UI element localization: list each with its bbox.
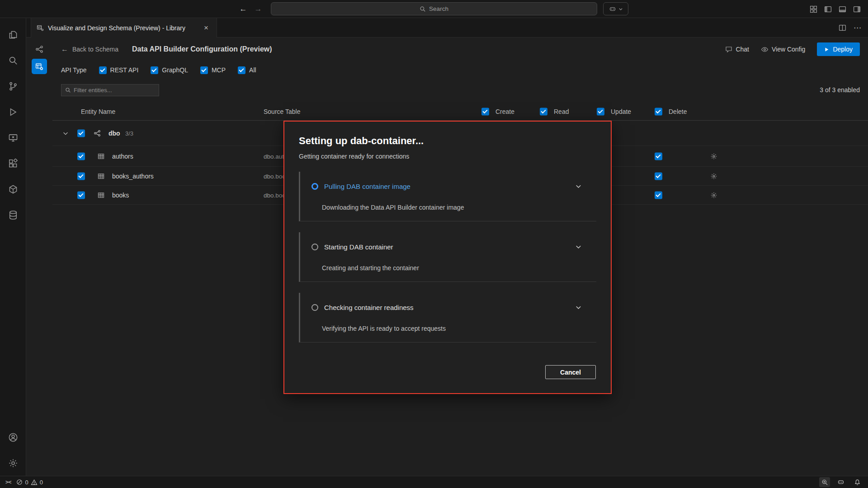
- step-label: Checking container readiness: [324, 304, 414, 311]
- api-type-all[interactable]: All: [238, 66, 256, 74]
- view-config-label: View Config: [772, 46, 805, 53]
- header-actions: Chat View Config Deploy: [725, 42, 860, 56]
- row-checkbox[interactable]: [77, 152, 85, 160]
- group-name: dbo: [108, 130, 120, 137]
- toggle-sidebar-icon[interactable]: [824, 5, 832, 13]
- delete-checkbox[interactable]: [655, 191, 662, 199]
- history-back-icon[interactable]: ←: [236, 0, 250, 18]
- all-label: All: [249, 66, 256, 74]
- status-left: >< 0 0: [5, 479, 43, 486]
- table-icon: [98, 192, 104, 198]
- step-header[interactable]: Starting DAB container: [311, 243, 587, 251]
- setup-container-dialog: Setting up dab-container... Getting cont…: [283, 121, 612, 394]
- graphql-checkbox[interactable]: [151, 66, 158, 74]
- notifications-bell-icon[interactable]: [852, 477, 863, 487]
- col-delete: Delete: [669, 108, 687, 115]
- read-all-checkbox[interactable]: [540, 108, 547, 115]
- database-icon[interactable]: [0, 202, 26, 228]
- play-icon: [824, 47, 829, 52]
- status-bar: >< 0 0: [0, 476, 868, 488]
- api-type-label: API Type: [61, 66, 87, 74]
- tab-title: Visualize and Design Schema (Preview) - …: [48, 24, 185, 32]
- step-check-readiness: Checking container readiness Verifying t…: [299, 293, 596, 343]
- extensions-icon[interactable]: [0, 150, 26, 176]
- tab-visualize-schema[interactable]: Visualize and Design Schema (Preview) - …: [31, 18, 217, 38]
- chevron-down-icon[interactable]: [575, 183, 582, 190]
- copilot-status-icon[interactable]: [835, 477, 846, 487]
- row-settings-gear-icon[interactable]: [710, 192, 717, 199]
- chevron-down-icon: [618, 7, 623, 11]
- filter-entities-box[interactable]: [61, 84, 159, 96]
- source-control-icon[interactable]: [0, 73, 26, 99]
- account-icon[interactable]: [0, 424, 26, 450]
- delete-checkbox[interactable]: [655, 152, 662, 160]
- schema-designer-tab-icon: [37, 24, 44, 32]
- all-checkbox[interactable]: [238, 66, 245, 74]
- api-type-graphql[interactable]: GraphQL: [151, 66, 188, 74]
- chevron-down-icon[interactable]: [575, 304, 582, 311]
- row-settings-gear-icon[interactable]: [710, 153, 717, 160]
- pending-circle-icon: [311, 244, 318, 250]
- deploy-button[interactable]: Deploy: [817, 42, 860, 56]
- search-placeholder: Search: [429, 5, 448, 12]
- step-description: Downloading the Data API Builder contain…: [322, 204, 587, 211]
- cancel-button[interactable]: Cancel: [545, 365, 596, 379]
- step-description: Creating and starting the container: [322, 264, 587, 272]
- chevron-down-icon[interactable]: [575, 244, 582, 250]
- update-all-checkbox[interactable]: [597, 108, 604, 115]
- run-debug-icon[interactable]: [0, 99, 26, 125]
- graphql-label: GraphQL: [162, 66, 188, 74]
- search-sidebar-icon[interactable]: [0, 47, 26, 73]
- group-collapse-icon[interactable]: [62, 130, 69, 136]
- api-type-mcp[interactable]: MCP: [200, 66, 226, 74]
- problems-indicator[interactable]: 0 0: [16, 479, 42, 486]
- more-actions-icon[interactable]: ⋯: [854, 23, 862, 33]
- error-count: 0: [25, 479, 28, 486]
- remote-indicator-icon[interactable]: ><: [5, 479, 11, 485]
- step-header[interactable]: Checking container readiness: [311, 304, 587, 311]
- toggle-secondary-sidebar-icon[interactable]: [853, 5, 861, 13]
- enabled-count: 3 of 3 enabled: [820, 86, 860, 94]
- view-config-button[interactable]: View Config: [761, 46, 805, 53]
- step-start-container: Starting DAB container Creating and star…: [299, 232, 596, 282]
- schema-visualize-icon[interactable]: [32, 42, 47, 57]
- delete-checkbox[interactable]: [655, 172, 662, 180]
- dab-config-icon[interactable]: [32, 59, 47, 74]
- rest-api-checkbox[interactable]: [99, 66, 107, 74]
- row-settings-gear-icon[interactable]: [710, 173, 717, 180]
- eye-icon: [761, 46, 769, 53]
- history-forward-icon[interactable]: →: [251, 0, 265, 18]
- vscode-window: ← → Search: [0, 0, 868, 488]
- row-checkbox[interactable]: [77, 191, 85, 199]
- command-center-search[interactable]: Search: [271, 2, 597, 15]
- progress-steps: Pulling DAB container image Downloading …: [299, 172, 596, 343]
- zoom-in-icon[interactable]: [819, 477, 830, 487]
- api-type-row: API Type REST API GraphQL MCP All: [61, 61, 256, 79]
- error-icon: [16, 479, 23, 485]
- mcp-checkbox[interactable]: [200, 66, 208, 74]
- explorer-icon[interactable]: [0, 22, 26, 47]
- customize-layout-icon[interactable]: [810, 5, 817, 13]
- warning-icon: [31, 479, 38, 486]
- dialog-title: Setting up dab-container...: [299, 135, 596, 147]
- containers-icon[interactable]: [0, 176, 26, 202]
- copilot-menu-button[interactable]: [603, 2, 628, 15]
- split-editor-icon[interactable]: [839, 24, 846, 32]
- chat-button[interactable]: Chat: [725, 46, 749, 53]
- filter-entities-input[interactable]: [74, 87, 155, 94]
- server-disconnected-icon[interactable]: [0, 125, 26, 150]
- step-header[interactable]: Pulling DAB container image: [311, 183, 587, 190]
- tab-close-icon[interactable]: ×: [201, 23, 211, 33]
- entity-table-header: Entity Name Source Table Create Read Upd…: [52, 103, 868, 121]
- status-right: [819, 477, 863, 487]
- create-all-checkbox[interactable]: [481, 108, 489, 115]
- api-type-rest[interactable]: REST API: [99, 66, 139, 74]
- delete-all-checkbox[interactable]: [655, 108, 662, 115]
- settings-gear-icon[interactable]: [0, 450, 26, 476]
- back-to-schema-link[interactable]: ← Back to Schema: [61, 45, 118, 53]
- spinner-icon: [311, 183, 318, 190]
- table-icon: [98, 153, 104, 160]
- group-checkbox[interactable]: [77, 129, 85, 137]
- row-checkbox[interactable]: [77, 172, 85, 180]
- toggle-panel-icon[interactable]: [839, 5, 846, 13]
